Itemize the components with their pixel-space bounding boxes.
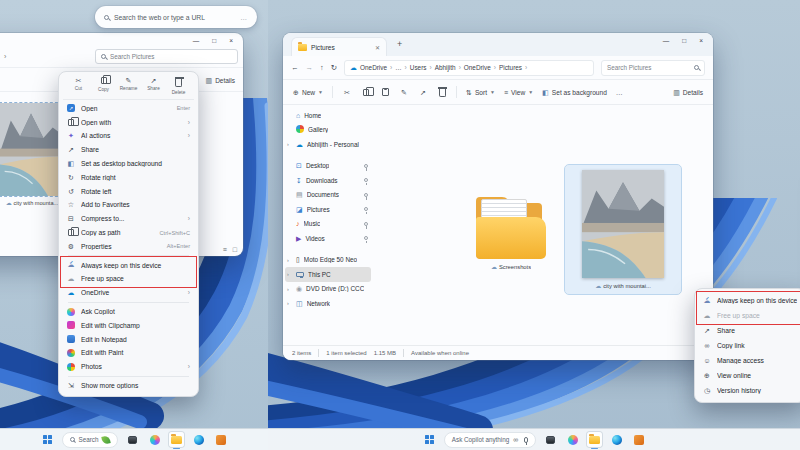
menu-item-set-as-desktop-background[interactable]: ◧Set as desktop background	[63, 157, 194, 171]
start-button[interactable]	[422, 432, 437, 447]
menu-item-manage-access[interactable]: ☺Manage access	[699, 353, 800, 368]
menu-item-edit-with-clipchamp[interactable]: Edit with Clipchamp	[63, 318, 194, 332]
details-pane-button[interactable]: ▥ Details	[206, 77, 236, 84]
breadcrumb-segment[interactable]: Abhijith	[435, 64, 456, 71]
copilot-button[interactable]	[565, 432, 580, 447]
sidebar-item-gallery[interactable]: Gallery	[285, 123, 371, 138]
rename-button[interactable]: ✎	[399, 89, 409, 96]
minimize-button[interactable]: —	[663, 37, 670, 44]
forward-icon[interactable]: →	[306, 63, 314, 72]
store-app-button[interactable]	[213, 432, 228, 447]
sidebar-item-network[interactable]: ›◫Network	[285, 296, 371, 311]
breadcrumb-segment[interactable]: OneDrive	[464, 64, 491, 71]
menu-item-properties[interactable]: ⚙PropertiesAlt+Enter	[63, 239, 194, 253]
breadcrumb-segment[interactable]: …	[395, 64, 401, 71]
paste-button[interactable]	[380, 88, 390, 96]
taskbar-search-box[interactable]: Ask Copilot anything∞	[444, 432, 536, 448]
store-app-button[interactable]	[631, 432, 646, 447]
quick-action-cut[interactable]: ✂Cut	[67, 77, 90, 95]
image-thumbnail[interactable]	[0, 103, 62, 196]
sidebar-item-downloads[interactable]: ↧Downloads	[285, 173, 371, 188]
minimize-button[interactable]: —	[193, 37, 200, 44]
menu-item-rotate-right[interactable]: ↻Rotate right	[63, 170, 194, 184]
microphone-icon[interactable]	[524, 437, 528, 443]
menu-item-always-keep-on-this-device[interactable]: ☁✓Always keep on this device	[63, 258, 194, 272]
sidebar-item-desktop[interactable]: ⊡Desktop	[285, 159, 371, 174]
tab-pictures[interactable]: Pictures ✕	[291, 37, 387, 56]
sidebar-item-moto-edge-50-neo[interactable]: ›▯Moto Edge 50 Neo	[285, 253, 371, 268]
menu-item-edit-in-notepad[interactable]: Edit in Notepad	[63, 332, 194, 346]
menu-item-ask-copilot[interactable]: Ask Copilot	[63, 305, 194, 319]
thumbnail-view-icon[interactable]: □	[233, 246, 237, 253]
menu-item-share[interactable]: ↗Share	[63, 143, 194, 157]
breadcrumb-segment[interactable]: OneDrive	[360, 64, 387, 71]
back-icon[interactable]: ←	[291, 63, 299, 72]
delete-button[interactable]	[437, 87, 447, 97]
menu-item-compress-to[interactable]: ⊟Compress to...›	[63, 212, 194, 226]
expand-chevron-icon[interactable]: ›	[287, 257, 289, 263]
see-more-icon[interactable]: …	[616, 89, 623, 96]
file-tile-screenshots[interactable]: ☁Screenshots	[469, 197, 553, 270]
file-tile-city-with-mountai[interactable]: ☁city with mountai...	[565, 165, 681, 294]
menu-item-version-history[interactable]: ◷Version history	[699, 383, 800, 398]
menu-item-add-to-favorites[interactable]: ☆Add to Favorites	[63, 198, 194, 212]
quick-action-delete[interactable]: Delete	[167, 77, 190, 95]
tab-close-icon[interactable]: ✕	[375, 44, 380, 51]
list-view-icon[interactable]: ≡	[223, 246, 227, 253]
quick-action-share[interactable]: ↗Share	[142, 77, 165, 95]
menu-item-rotate-left[interactable]: ↺Rotate left	[63, 184, 194, 198]
more-options-icon[interactable]: …	[240, 14, 248, 21]
file-explorer-button[interactable]	[169, 432, 184, 447]
menu-item-view-online[interactable]: ⊕View online	[699, 368, 800, 383]
breadcrumb-segment[interactable]: Users	[410, 64, 427, 71]
search-box[interactable]: Search Pictures	[95, 49, 238, 64]
set-as-background-button[interactable]: ◧ Set as background	[542, 89, 607, 96]
sidebar-item-home[interactable]: ⌂Home	[285, 108, 371, 123]
details-pane-button[interactable]: ▥ Details	[673, 89, 703, 96]
new-button[interactable]: ⊕ New ▼	[293, 89, 323, 96]
close-button[interactable]: ×	[699, 37, 703, 44]
menu-item-copy-link[interactable]: ∞Copy link	[699, 338, 800, 353]
menu-item-show-more-options[interactable]: ⇲Show more options	[63, 379, 194, 393]
edge-button[interactable]	[609, 432, 624, 447]
edge-button[interactable]	[191, 432, 206, 447]
menu-item-share[interactable]: ↗Share	[699, 323, 800, 338]
sidebar-item-dvd-drive-d-ccc[interactable]: ›◉DVD Drive (D:) CCC	[285, 282, 371, 297]
expand-chevron-icon[interactable]: ›	[287, 300, 289, 306]
copilot-button[interactable]	[147, 432, 162, 447]
breadcrumb-segment[interactable]: Pictures	[499, 64, 522, 71]
file-explorer-button[interactable]	[587, 432, 602, 447]
sidebar-item-videos[interactable]: ▶Videos	[285, 231, 371, 246]
sidebar-item-this-pc[interactable]: ›This PC	[285, 267, 371, 282]
menu-item-free-up-space[interactable]: ☁Free up space	[699, 308, 800, 323]
quick-action-rename[interactable]: ✎Rename	[117, 77, 140, 95]
taskbar-search-box[interactable]: Search	[62, 432, 119, 448]
refresh-icon[interactable]: ↻	[331, 63, 337, 72]
menu-item-edit-with-paint[interactable]: Edit with Paint	[63, 346, 194, 360]
task-view-button[interactable]	[125, 432, 140, 447]
up-icon[interactable]: ↑	[320, 63, 324, 72]
menu-item-photos[interactable]: Photos›	[63, 360, 194, 374]
task-view-button[interactable]	[543, 432, 558, 447]
sort-button[interactable]: ⇅ Sort ▼	[466, 89, 495, 96]
quick-action-copy[interactable]: Copy	[92, 77, 115, 95]
menu-item-copy-as-path[interactable]: Copy as pathCtrl+Shift+C	[63, 226, 194, 240]
menu-item-onedrive[interactable]: ☁OneDrive›	[63, 286, 194, 300]
expand-chevron-icon[interactable]: ›	[287, 286, 289, 292]
search-box[interactable]: Search Pictures	[601, 60, 705, 76]
menu-item-free-up-space[interactable]: ☁Free up space	[63, 272, 194, 286]
maximize-button[interactable]: □	[682, 37, 686, 44]
menu-item-always-keep-on-this-device[interactable]: ☁✓Always keep on this device	[699, 293, 800, 308]
cut-button[interactable]: ✂	[342, 89, 352, 96]
share-button[interactable]: ↗	[418, 89, 428, 96]
expand-chevron-icon[interactable]: ›	[287, 141, 289, 147]
breadcrumb[interactable]: ☁OneDrive›…›Users›Abhijith›OneDrive›Pict…	[344, 60, 594, 76]
sidebar-item-music[interactable]: ♪Music	[285, 217, 371, 232]
menu-item-open[interactable]: ↗OpenEnter	[63, 102, 194, 116]
view-toggle-group[interactable]: ≡ □	[223, 246, 237, 253]
sidebar-item-pictures[interactable]: ◪Pictures	[285, 202, 371, 217]
sidebar-item-documents[interactable]: ▤Documents	[285, 188, 371, 203]
view-button[interactable]: ≡ View ▼	[504, 89, 533, 96]
start-button[interactable]	[40, 432, 55, 447]
expand-chevron-icon[interactable]: ›	[287, 271, 289, 277]
